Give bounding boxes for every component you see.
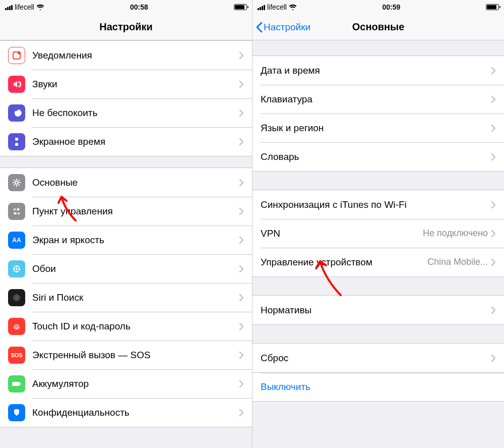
- chevron-right-icon: [491, 95, 496, 103]
- row-label: Нормативы: [261, 305, 491, 316]
- svg-point-3: [14, 208, 16, 210]
- row-label: Touch ID и код-пароль: [32, 321, 239, 332]
- privacy-icon: [8, 404, 25, 421]
- svg-point-1: [18, 51, 21, 54]
- svg-rect-16: [12, 382, 20, 386]
- screentime-icon: [8, 133, 25, 150]
- touchid-icon: [8, 318, 25, 335]
- row-touchid[interactable]: Touch ID и код-пароль: [0, 312, 252, 341]
- chevron-right-icon: [491, 124, 496, 132]
- chevron-right-icon: [239, 294, 244, 302]
- wifi-icon: [289, 4, 297, 10]
- chevron-right-icon: [239, 179, 244, 187]
- row-label: Конфиденциальность: [32, 407, 239, 418]
- row-siri[interactable]: Siri и Поиск: [0, 283, 252, 312]
- row-dictionary[interactable]: Словарь: [253, 142, 504, 171]
- svg-point-11: [14, 268, 15, 269]
- signal-icon: [258, 5, 265, 10]
- row-value: China Mobile...: [427, 257, 488, 267]
- battery-icon: [486, 4, 499, 10]
- row-wallpaper[interactable]: Обои: [0, 254, 252, 283]
- row-notifications[interactable]: Уведомления: [0, 41, 252, 70]
- status-time: 00:58: [130, 3, 148, 11]
- row-label: Аккумулятор: [32, 378, 239, 389]
- row-label: Клавиатура: [261, 94, 491, 105]
- chevron-right-icon: [491, 306, 496, 314]
- general-group-4: Сброс Выключить: [253, 343, 504, 402]
- chevron-right-icon: [239, 380, 244, 388]
- row-language[interactable]: Язык и регион: [253, 114, 504, 142]
- shutdown-label: Выключить: [261, 381, 310, 393]
- row-keyboard[interactable]: Клавиатура: [253, 85, 504, 114]
- chevron-right-icon: [239, 322, 244, 330]
- row-label: Звуки: [32, 79, 239, 90]
- nav-bar: Настройки Основные: [253, 14, 504, 40]
- row-label: VPN: [261, 228, 423, 239]
- svg-rect-6: [14, 212, 17, 214]
- chevron-right-icon: [239, 351, 244, 359]
- svg-point-2: [15, 181, 18, 184]
- row-controlcenter[interactable]: Пункт управления: [0, 197, 252, 226]
- chevron-right-icon: [239, 265, 244, 273]
- row-vpn[interactable]: VPN Не подключено: [253, 219, 504, 248]
- dnd-icon: [8, 104, 25, 122]
- nav-title: Настройки: [99, 21, 153, 33]
- carrier-label: lifecell: [15, 3, 34, 11]
- chevron-right-icon: [491, 201, 496, 209]
- back-button[interactable]: Настройки: [256, 22, 310, 33]
- row-label: Словарь: [261, 151, 491, 162]
- row-sos[interactable]: SOS Экстренный вызов — SOS: [0, 341, 252, 369]
- settings-group-2: Основные Пункт управления AA Экран и ярк…: [0, 167, 252, 427]
- row-dnd[interactable]: Не беспокоить: [0, 98, 252, 127]
- siri-icon: [8, 289, 25, 306]
- svg-point-8: [16, 268, 18, 270]
- row-label: Пункт управления: [32, 206, 239, 217]
- signal-icon: [5, 5, 13, 10]
- row-privacy[interactable]: Конфиденциальность: [0, 398, 252, 427]
- row-shutdown[interactable]: Выключить: [253, 372, 504, 401]
- display-icon: AA: [8, 232, 25, 249]
- row-screentime[interactable]: Экранное время: [0, 127, 252, 156]
- controlcenter-icon: [8, 203, 25, 220]
- chevron-right-icon: [239, 409, 244, 417]
- wallpaper-icon: [8, 260, 25, 277]
- battery-row-icon: [8, 375, 25, 393]
- carrier-label: lifecell: [267, 3, 287, 11]
- chevron-right-icon: [491, 258, 496, 266]
- row-battery[interactable]: Аккумулятор: [0, 369, 252, 398]
- general-icon: [8, 174, 25, 191]
- notifications-icon: [8, 47, 25, 64]
- row-reset[interactable]: Сброс: [253, 344, 504, 372]
- wifi-icon: [36, 4, 44, 10]
- general-list[interactable]: Дата и время Клавиатура Язык и регион Сл…: [253, 40, 504, 448]
- status-time: 00:59: [383, 3, 401, 11]
- general-group-2: Синхронизация с iTunes по Wi-Fi VPN Не п…: [253, 190, 504, 277]
- svg-rect-4: [17, 208, 20, 210]
- chevron-right-icon: [491, 354, 496, 362]
- row-general[interactable]: Основные: [0, 168, 252, 197]
- row-device-mgmt[interactable]: Управление устройством China Mobile...: [253, 248, 504, 276]
- status-bar: lifecell 00:58: [0, 0, 252, 14]
- row-sounds[interactable]: Звуки: [0, 70, 252, 98]
- chevron-right-icon: [239, 51, 244, 60]
- chevron-right-icon: [239, 138, 244, 146]
- general-group-3: Нормативы: [253, 295, 504, 325]
- row-label: Управление устройством: [261, 257, 372, 268]
- row-label: Дата и время: [261, 65, 491, 76]
- settings-list[interactable]: Уведомления Звуки Не беспокоить: [0, 40, 252, 448]
- svg-rect-17: [20, 383, 21, 385]
- sounds-icon: [8, 76, 25, 93]
- row-label: Обои: [32, 263, 239, 274]
- svg-point-15: [16, 297, 18, 299]
- svg-point-9: [16, 266, 17, 267]
- row-label: Экстренный вызов — SOS: [32, 350, 239, 361]
- row-regulatory[interactable]: Нормативы: [253, 296, 504, 324]
- row-label: Синхронизация с iTunes по Wi-Fi: [261, 199, 491, 210]
- row-label: Siri и Поиск: [32, 292, 239, 303]
- chevron-right-icon: [491, 153, 496, 161]
- back-label: Настройки: [264, 22, 310, 33]
- row-label: Не беспокоить: [32, 107, 239, 119]
- row-display[interactable]: AA Экран и яркость: [0, 226, 252, 254]
- row-datetime[interactable]: Дата и время: [253, 56, 504, 85]
- row-itunes-wifi[interactable]: Синхронизация с iTunes по Wi-Fi: [253, 190, 504, 219]
